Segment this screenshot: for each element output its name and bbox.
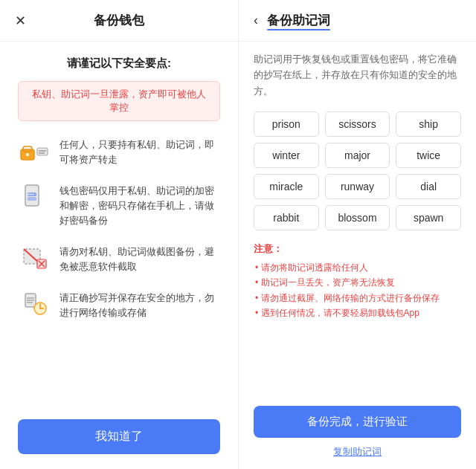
word-chip-7: miracle [254,174,319,199]
notice-item-4: 遇到任何情况，请不要轻易卸载钱包App [254,305,461,320]
security-text-screenshot: 请勿对私钥、助记词做截图备份，避免被恶意软件截取 [60,242,220,274]
security-item-phone: 钱包密码仅用于私钥、助记词的加密和解密，密码只存储在手机上，请做好密码备份 [18,181,220,228]
close-icon[interactable]: ✕ [15,13,26,29]
notice-item-1: 请勿将助记词透露给任何人 [254,260,461,275]
right-title: 备份助记词 [267,12,330,29]
notice-section: 注意： 请勿将助记词透露给任何人助记词一旦丢失，资产将无法恢复请勿通过截屏、网络… [254,242,461,321]
notice-item-2: 助记词一旦丢失，资产将无法恢复 [254,275,461,290]
word-chip-4: winter [254,143,319,168]
notice-items: 请勿将助记词透露给任何人助记词一旦丢失，资产将无法恢复请勿通过截屏、网络传输的方… [254,260,461,321]
security-item-key: 任何人，只要持有私钥、助记词，即可将资产转走 [18,135,220,167]
word-grid: prisonscissorsshipwintermajortwicemiracl… [254,111,461,230]
word-chip-6: twice [396,143,461,168]
verify-button[interactable]: 备份完成，进行验证 [254,406,461,438]
mnemonic-description: 助记词用于恢复钱包或重置钱包密码，将它准确的抄写在纸上，并存放在只有你知道的安全… [254,52,461,100]
notice-title: 注意： [254,242,461,256]
back-icon[interactable]: ‹ [254,13,258,28]
security-list: 任何人，只要持有私钥、助记词，即可将资产转走 钱包密码仅用于私钥、助记词的加密和… [18,135,220,320]
word-chip-5: major [325,143,390,168]
copy-button[interactable]: 复制助记词 [333,445,382,459]
left-header: ✕ 备份钱包 [0,0,238,42]
word-chip-3: ship [396,111,461,137]
word-chip-8: runway [325,174,390,199]
right-footer: 备份完成，进行验证 复制助记词 [239,398,476,469]
warning-box: 私钥、助记词一旦泄露，资产即可被他人掌控 [18,81,220,121]
screenshot-icon [18,242,51,274]
word-chip-9: dial [396,174,461,199]
left-footer: 我知道了 [0,409,238,469]
security-item-screenshot: 请勿对私钥、助记词做截图备份，避免被恶意软件截取 [18,242,220,274]
left-panel: ✕ 备份钱包 请谨记以下安全要点: 私钥、助记词一旦泄露，资产即可被他人掌控 [0,0,238,469]
left-content: 请谨记以下安全要点: 私钥、助记词一旦泄露，资产即可被他人掌控 任何人，只要持有… [0,42,238,409]
key-icon [18,135,51,167]
acknowledge-button[interactable]: 我知道了 [18,419,220,454]
phone-icon [18,181,51,213]
svg-point-9 [30,194,32,195]
word-chip-1: prison [254,111,319,137]
svg-rect-11 [28,197,36,201]
word-chip-11: blossom [325,205,390,230]
safe-icon [18,288,51,320]
word-chip-2: scissors [325,111,390,137]
right-header: ‹ 备份助记词 [239,0,476,42]
notice-item-3: 请勿通过截屏、网络传输的方式进行备份保存 [254,291,461,305]
svg-point-8 [28,194,30,195]
svg-point-5 [26,153,29,156]
right-panel: ‹ 备份助记词 助记词用于恢复钱包或重置钱包密码，将它准确的抄写在纸上，并存放在… [238,0,476,469]
word-chip-12: spawn [396,205,461,230]
svg-rect-2 [37,148,48,155]
security-text-phone: 钱包密码仅用于私钥、助记词的加密和解密，密码只存储在手机上，请做好密码备份 [60,181,220,228]
right-content: 助记词用于恢复钱包或重置钱包密码，将它准确的抄写在纸上，并存放在只有你知道的安全… [239,42,476,398]
left-title: 备份钱包 [94,12,144,29]
svg-point-10 [33,194,34,195]
left-subtitle: 请谨记以下安全要点: [18,56,220,71]
security-text-key: 任何人，只要持有私钥、助记词，即可将资产转走 [60,135,220,167]
security-item-safe: 请正确抄写并保存在安全的地方，勿进行网络传输或存储 [18,288,220,320]
security-text-safe: 请正确抄写并保存在安全的地方，勿进行网络传输或存储 [60,288,220,320]
word-chip-10: rabbit [254,205,319,230]
